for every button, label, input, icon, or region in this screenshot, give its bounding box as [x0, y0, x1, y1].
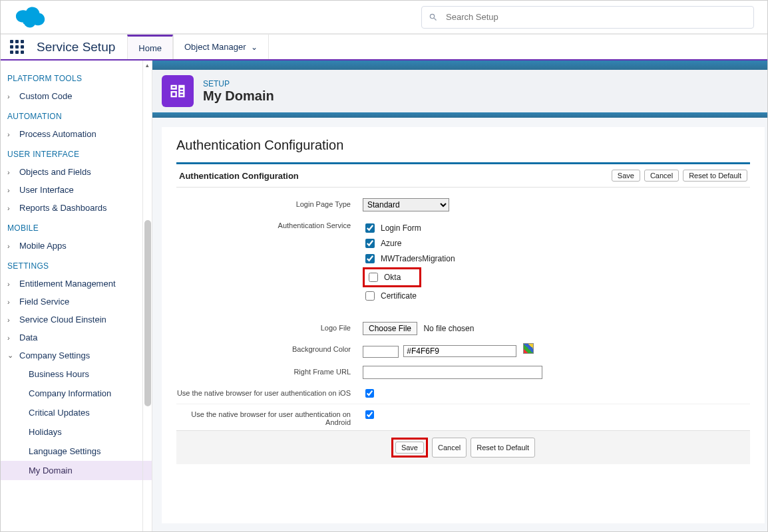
chevron-right-icon: › — [7, 280, 17, 288]
global-header — [1, 1, 767, 34]
chevron-right-icon: › — [7, 168, 17, 176]
sidebar-item-field-service[interactable]: ›Field Service — [1, 293, 152, 311]
sidebar-item-user-interface[interactable]: ›User Interface — [1, 181, 152, 199]
native-android-checkbox[interactable] — [365, 410, 374, 419]
chevron-right-icon: › — [7, 186, 17, 194]
app-launcher-icon[interactable] — [1, 35, 33, 59]
logo-file-label: Logo File — [176, 322, 363, 332]
sidebar-scrollbar[interactable]: ▴ — [142, 61, 152, 532]
sidebar-heading-user-interface: USER INTERFACE — [1, 143, 152, 163]
sidebar-item-label: Entitlement Management — [19, 279, 116, 289]
auth-config-panel: Authentication Configuration Save Cancel… — [176, 162, 750, 464]
breadcrumb: SETUP — [203, 79, 274, 88]
tab-home-label: Home — [138, 43, 162, 53]
native-android-label: Use the native browser for user authenti… — [176, 408, 363, 426]
auth-mwtraders-label: MWTradersMigration — [381, 254, 455, 263]
okta-highlight: Okta — [363, 267, 421, 287]
auth-login-form-label: Login Form — [381, 223, 421, 233]
chevron-right-icon: › — [7, 316, 17, 324]
file-status: No file chosen — [423, 324, 474, 333]
salesforce-cloud-icon — [13, 6, 46, 29]
search-icon — [429, 13, 438, 22]
chevron-down-icon: ⌄ — [7, 351, 17, 360]
sidebar-item-reports-dashboards[interactable]: ›Reports & Dashboards — [1, 199, 152, 217]
sidebar-sub-business-hours[interactable]: Business Hours — [1, 364, 152, 384]
sidebar-sub-critical-updates[interactable]: Critical Updates — [1, 403, 152, 422]
sidebar-item-objects-and-fields[interactable]: ›Objects and Fields — [1, 163, 152, 181]
section-title: Authentication Configuration — [176, 138, 750, 153]
setup-sidebar: PLATFORM TOOLS ›Custom Code AUTOMATION ›… — [1, 61, 152, 532]
cancel-button-bottom[interactable]: Cancel — [432, 438, 467, 458]
sidebar-sub-language-settings[interactable]: Language Settings — [1, 442, 152, 461]
tab-object-manager-label: Object Manager — [184, 42, 246, 52]
sidebar-item-mobile-apps[interactable]: ›Mobile Apps — [1, 237, 152, 255]
sidebar-sub-my-domain[interactable]: My Domain — [1, 461, 152, 480]
sidebar-item-process-automation[interactable]: ›Process Automation — [1, 125, 152, 143]
sidebar-item-label: Reports & Dashboards — [19, 203, 107, 213]
page-header: SETUP My Domain — [152, 70, 767, 112]
search-input[interactable] — [445, 11, 747, 23]
right-frame-url-label: Right Frame URL — [176, 366, 363, 376]
page-title: My Domain — [203, 88, 274, 104]
panel-title: Authentication Configuration — [179, 171, 299, 181]
bgcolor-label: Background Color — [176, 343, 363, 353]
save-button-bottom[interactable]: Save — [395, 442, 424, 454]
native-ios-label: Use the native browser for user authenti… — [176, 387, 363, 397]
cancel-button-top[interactable]: Cancel — [644, 170, 679, 182]
sidebar-item-data[interactable]: ›Data — [1, 329, 152, 346]
color-picker-icon[interactable] — [523, 343, 534, 354]
main-content: SETUP My Domain Authentication Configura… — [152, 61, 767, 532]
scroll-up-icon: ▴ — [143, 61, 152, 70]
sidebar-heading-platform-tools: PLATFORM TOOLS — [1, 67, 152, 87]
chevron-down-icon: ⌄ — [251, 43, 258, 52]
nav-bar: Service Setup Home Object Manager ⌄ — [1, 34, 767, 61]
sidebar-sub-holidays[interactable]: Holidays — [1, 422, 152, 442]
sidebar-item-custom-code[interactable]: ›Custom Code — [1, 87, 152, 105]
auth-login-form-checkbox[interactable] — [365, 223, 375, 233]
app-name: Service Setup — [33, 35, 127, 59]
login-page-type-label: Login Page Type — [176, 198, 363, 208]
bgcolor-swatch[interactable] — [363, 346, 399, 358]
auth-mwtraders-checkbox[interactable] — [365, 254, 375, 263]
choose-file-button[interactable]: Choose File — [363, 322, 417, 335]
reset-button-top[interactable]: Reset to Default — [683, 170, 747, 182]
auth-certificate-checkbox[interactable] — [365, 291, 375, 301]
chevron-right-icon: › — [7, 242, 17, 250]
sidebar-item-service-cloud-einstein[interactable]: ›Service Cloud Einstein — [1, 311, 152, 329]
global-search[interactable] — [421, 6, 754, 29]
decorative-band — [152, 61, 767, 70]
chevron-right-icon: › — [7, 130, 17, 138]
chevron-right-icon: › — [7, 298, 17, 306]
bgcolor-input[interactable] — [403, 345, 516, 357]
sidebar-item-label: Process Automation — [19, 129, 96, 139]
sidebar-item-entitlement-management[interactable]: ›Entitlement Management — [1, 275, 152, 293]
my-domain-icon — [162, 75, 194, 107]
login-page-type-select[interactable]: Standard — [363, 198, 449, 211]
save-highlight: Save — [391, 438, 428, 458]
content-area: Authentication Configuration Authenticat… — [162, 127, 765, 523]
sidebar-heading-settings: SETTINGS — [1, 255, 152, 275]
tab-object-manager[interactable]: Object Manager ⌄ — [173, 35, 270, 59]
tab-home[interactable]: Home — [127, 35, 173, 59]
save-button-top[interactable]: Save — [612, 170, 640, 182]
chevron-right-icon: › — [7, 334, 17, 342]
sidebar-sub-company-information[interactable]: Company Information — [1, 384, 152, 403]
auth-certificate-label: Certificate — [381, 291, 417, 301]
native-ios-checkbox[interactable] — [365, 389, 374, 398]
auth-azure-checkbox[interactable] — [365, 239, 375, 248]
scroll-thumb[interactable] — [144, 220, 151, 406]
sidebar-item-label: Data — [19, 332, 37, 342]
sidebar-item-company-settings[interactable]: ⌄Company Settings — [1, 346, 152, 364]
right-frame-url-input[interactable] — [363, 366, 542, 379]
sidebar-heading-automation: AUTOMATION — [1, 105, 152, 125]
auth-service-label: Authentication Service — [176, 219, 363, 229]
chevron-right-icon: › — [7, 92, 17, 100]
panel-footer: Save Cancel Reset to Default — [176, 430, 750, 464]
auth-okta-label: Okta — [384, 273, 401, 282]
auth-okta-checkbox[interactable] — [369, 273, 378, 282]
sidebar-item-label: Custom Code — [19, 91, 72, 101]
auth-azure-label: Azure — [381, 239, 401, 248]
sidebar-item-label: Objects and Fields — [19, 167, 91, 177]
decorative-band — [152, 112, 767, 118]
reset-button-bottom[interactable]: Reset to Default — [471, 438, 535, 458]
